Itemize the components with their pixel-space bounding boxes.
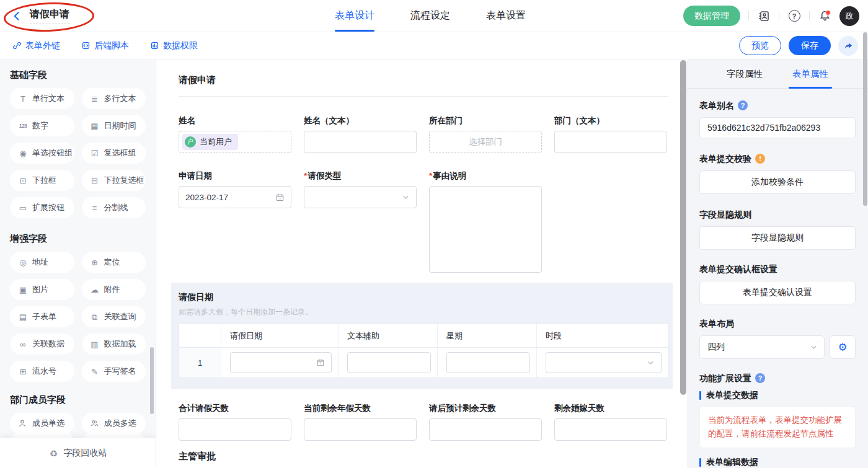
app-header: 请假申请 表单设计 流程设定 表单设置 数据管理 ? 政 bbox=[0, 0, 868, 32]
field-department[interactable]: 所在部门 选择部门 bbox=[429, 115, 542, 153]
person-icon bbox=[18, 419, 28, 428]
field-name[interactable]: 姓名 户 当前用户 bbox=[179, 115, 291, 153]
form-canvas: 请假申请 姓名 户 当前用户 姓名（文本） 所在部门 选择部门 部门（文本） bbox=[157, 60, 680, 468]
question-circle-icon[interactable]: ? bbox=[738, 100, 748, 110]
sidebar-item-serial-number[interactable]: ⊞流水号 bbox=[10, 361, 74, 382]
sidebar-item-signature[interactable]: ✎手写签名 bbox=[82, 361, 146, 382]
field-department-text[interactable]: 部门（文本） bbox=[554, 115, 667, 153]
sidebar-item-member-single[interactable]: 成员单选 bbox=[10, 413, 74, 434]
reason-textarea[interactable] bbox=[429, 186, 542, 273]
sidebar-scrollbar[interactable] bbox=[150, 347, 154, 414]
submit-confirm-button[interactable]: 表单提交确认设置 bbox=[699, 281, 856, 304]
row-date-input[interactable]: 7 bbox=[230, 352, 332, 373]
col-time-slot: 时段 bbox=[537, 324, 668, 347]
field-reason[interactable]: *事由说明 bbox=[429, 170, 542, 273]
canvas-scrollbar[interactable] bbox=[680, 60, 686, 395]
warning-circle-icon[interactable]: ! bbox=[755, 154, 765, 164]
properties-panel: 字段属性 表单属性 表单别名 ? 5916d621c32d751fb2a0629… bbox=[687, 60, 868, 468]
sidebar-item-checkbox-group[interactable]: ☑复选框组 bbox=[82, 143, 146, 164]
section-title-members: 部门成员字段 bbox=[10, 394, 146, 405]
col-leave-date: 请假日期 bbox=[221, 324, 339, 347]
submit-data-section: 表单提交数据 bbox=[699, 390, 856, 401]
field-total-days[interactable]: 合计请假天数 bbox=[179, 403, 291, 441]
back-button[interactable] bbox=[11, 11, 22, 22]
sidebar-item-extend-button[interactable]: ▭扩展按钮 bbox=[10, 197, 74, 218]
page-title[interactable]: 请假申请 bbox=[30, 8, 69, 24]
sidebar-item-member-multi[interactable]: 成员多选 bbox=[82, 413, 146, 434]
divider bbox=[748, 11, 749, 20]
field-name-text[interactable]: 姓名（文本） bbox=[304, 115, 417, 153]
sidebar-item-subform[interactable]: ▤子表单 bbox=[10, 306, 74, 327]
sidebar-item-datetime[interactable]: ▦日期时间 bbox=[82, 115, 146, 136]
current-user-tag[interactable]: 户 当前用户 bbox=[182, 134, 238, 150]
sidebar-item-attachment[interactable]: ☁附件 bbox=[82, 279, 146, 300]
field-apply-date[interactable]: 申请日期 2023-02-17 7 bbox=[179, 170, 291, 208]
field-predicted-remaining[interactable]: 请后预计剩余天数 bbox=[429, 403, 542, 441]
calendar-icon: ▦ bbox=[90, 122, 100, 130]
textarea-icon: ≣ bbox=[90, 95, 100, 103]
alias-input[interactable]: 5916d621c32d751fb2a06293 bbox=[699, 117, 856, 138]
tab-form-properties[interactable]: 表单属性 bbox=[792, 60, 828, 88]
tab-field-properties[interactable]: 字段属性 bbox=[727, 60, 763, 88]
user-avatar[interactable]: 政 bbox=[839, 6, 859, 26]
row-text-input[interactable] bbox=[347, 352, 431, 373]
sidebar-item-radio-group[interactable]: ◉单选按钮组 bbox=[10, 143, 74, 164]
sidebar-item-linked-data[interactable]: ∞关联数据 bbox=[10, 333, 74, 355]
remaining-annual-input[interactable] bbox=[304, 418, 417, 441]
field-library-sidebar: 基础字段 T单行文本 ≣多行文本 123数字 ▦日期时间 ◉单选按钮组 ☑复选框… bbox=[0, 60, 156, 468]
row-time-select[interactable] bbox=[546, 352, 662, 373]
share-button[interactable] bbox=[838, 36, 858, 56]
leave-type-select[interactable] bbox=[304, 186, 417, 208]
tab-flow-setting[interactable]: 流程设定 bbox=[410, 0, 450, 32]
confirm-label: 表单提交确认框设置 bbox=[699, 263, 856, 275]
sidebar-item-image[interactable]: ▣图片 bbox=[10, 279, 74, 300]
data-permission-action[interactable]: 数据权限 bbox=[150, 40, 198, 51]
layout-settings-button[interactable]: ⚙ bbox=[830, 335, 856, 359]
marriage-days-input[interactable] bbox=[554, 418, 667, 441]
predicted-remaining-input[interactable] bbox=[429, 418, 542, 441]
sidebar-item-location[interactable]: ⊕定位 bbox=[82, 252, 146, 273]
preview-button[interactable]: 预览 bbox=[739, 36, 781, 55]
row-week-input[interactable] bbox=[446, 352, 530, 373]
image-icon: ▣ bbox=[18, 286, 28, 294]
help-icon[interactable]: ? bbox=[787, 9, 801, 23]
department-text-input[interactable] bbox=[554, 131, 667, 153]
address-book-icon[interactable] bbox=[757, 9, 771, 23]
select-icon: ⊡ bbox=[18, 177, 28, 185]
sidebar-item-single-line-text[interactable]: T单行文本 bbox=[10, 88, 74, 109]
sidebar-item-number[interactable]: 123数字 bbox=[10, 115, 74, 136]
total-days-input[interactable] bbox=[179, 418, 291, 441]
save-button[interactable]: 保存 bbox=[789, 36, 831, 55]
current-user-box[interactable]: 户 当前用户 bbox=[179, 131, 291, 153]
tab-form-design[interactable]: 表单设计 bbox=[335, 0, 374, 32]
question-circle-icon[interactable]: ? bbox=[755, 373, 765, 383]
sidebar-item-data-load[interactable]: ▥数据加载 bbox=[82, 333, 146, 355]
backend-script-action[interactable]: 后端脚本 bbox=[81, 40, 129, 51]
sidebar-item-multi-select[interactable]: ⊟下拉复选框 bbox=[82, 170, 146, 191]
name-text-input[interactable] bbox=[304, 131, 417, 153]
sidebar-item-select[interactable]: ⊡下拉框 bbox=[10, 170, 74, 191]
external-link-action[interactable]: 表单外链 bbox=[12, 40, 60, 51]
serial-icon: ⊞ bbox=[18, 368, 28, 376]
sidebar-item-multi-line-text[interactable]: ≣多行文本 bbox=[82, 88, 146, 109]
layout-select[interactable]: 四列 bbox=[699, 335, 825, 359]
department-picker[interactable]: 选择部门 bbox=[429, 131, 542, 153]
data-manage-button[interactable]: 数据管理 bbox=[683, 6, 740, 26]
sidebar-item-divider[interactable]: ≡分割线 bbox=[82, 197, 146, 218]
visibility-rules-button[interactable]: 字段显隐规则 bbox=[699, 226, 856, 250]
add-validation-button[interactable]: 添加校验条件 bbox=[699, 170, 856, 194]
radio-icon: ◉ bbox=[18, 149, 28, 157]
field-recycle-bin[interactable]: ♻ 字段回收站 bbox=[0, 438, 156, 468]
sidebar-item-address[interactable]: ◎地址 bbox=[10, 252, 74, 273]
form-toolbar: 表单外链 后端脚本 数据权限 预览 保存 bbox=[0, 32, 868, 60]
notification-bell-icon[interactable] bbox=[818, 9, 831, 23]
panel-scrollbar[interactable] bbox=[863, 32, 867, 206]
field-leave-type[interactable]: *请假类型 bbox=[304, 170, 417, 208]
field-remaining-annual[interactable]: 当前剩余年假天数 bbox=[304, 403, 417, 441]
sidebar-item-linked-query[interactable]: ⧉关联查询 bbox=[82, 306, 146, 327]
panel-tabs: 字段属性 表单属性 bbox=[687, 60, 868, 89]
apply-date-input[interactable]: 2023-02-17 7 bbox=[179, 186, 291, 208]
tab-form-setting[interactable]: 表单设置 bbox=[486, 0, 526, 32]
svg-text:7: 7 bbox=[320, 362, 322, 366]
field-marriage-days[interactable]: 剩余婚嫁天数 bbox=[554, 403, 667, 441]
